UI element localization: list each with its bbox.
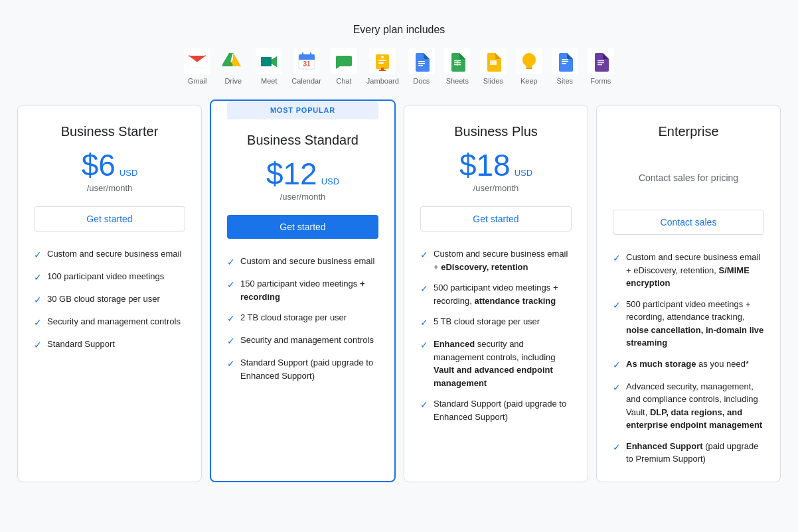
enterprise-features: ✓Custom and secure business email + eDis…	[613, 251, 764, 466]
plan-starter-price: $6 USD	[34, 150, 185, 180]
slides-label: Slides	[483, 77, 503, 85]
list-item: ✓150 participant video meetings + record…	[227, 277, 378, 303]
list-item: ✓Security and management controls	[34, 315, 185, 330]
list-item: ✓100 participant video meetings	[34, 270, 185, 285]
svg-rect-32	[418, 65, 423, 66]
svg-rect-43	[562, 61, 568, 62]
starter-price-dollar: $6	[82, 150, 116, 180]
calendar-label: Calendar	[291, 77, 321, 85]
svg-rect-17	[299, 58, 315, 60]
list-item: ✓Standard Support (paid upgrade to Enhan…	[227, 356, 378, 382]
plan-standard-name: Business Standard	[227, 133, 378, 148]
list-item: ✓Standard Support (paid upgrade to Enhan…	[420, 397, 572, 423]
plan-enterprise: Enterprise Contact sales for pricing Con…	[596, 105, 781, 482]
check-icon: ✓	[613, 299, 621, 312]
app-icon-drive: Drive	[220, 48, 246, 85]
keep-label: Keep	[520, 77, 538, 85]
plans-container: Business Starter $6 USD /user/month Get …	[13, 105, 785, 482]
check-icon: ✓	[227, 334, 235, 348]
svg-rect-25	[378, 60, 386, 61]
svg-rect-41	[526, 68, 532, 69]
check-icon: ✓	[227, 255, 235, 269]
svg-rect-44	[562, 63, 566, 64]
svg-rect-45	[562, 59, 568, 60]
plus-cta-button[interactable]: Get started	[420, 206, 572, 232]
plus-usd: USD	[515, 168, 532, 178]
sheets-label: Sheets	[446, 77, 469, 85]
list-item: ✓2 TB cloud storage per user	[227, 311, 378, 326]
list-item: ✓As much storage as you need*	[613, 358, 764, 372]
app-icon-docs: Docs	[408, 48, 435, 85]
list-item: ✓30 GB cloud storage per user	[34, 293, 185, 307]
check-icon: ✓	[420, 282, 428, 296]
svg-rect-48	[598, 62, 604, 63]
check-icon: ✓	[613, 381, 621, 395]
plan-standard-price: $12 USD	[227, 159, 378, 189]
app-icon-jamboard: Jamboard	[366, 48, 399, 85]
every-plan-title: Every plan includes	[13, 24, 785, 36]
plan-plus-price: $18 USD	[420, 150, 572, 180]
list-item: ✓500 participant video meetings + record…	[420, 281, 572, 307]
svg-rect-26	[378, 62, 384, 64]
check-icon: ✓	[34, 248, 42, 262]
app-icon-gmail: Gmail	[184, 48, 210, 85]
list-item: ✓Enhanced Support (paid upgrade to Premi…	[613, 440, 764, 466]
list-item: ✓Custom and secure business email + eDis…	[420, 247, 572, 273]
standard-cta-button[interactable]: Get started	[227, 215, 378, 239]
forms-label: Forms	[590, 77, 611, 85]
check-icon: ✓	[34, 271, 42, 285]
standard-per: /user/month	[227, 192, 378, 202]
chat-label: Chat	[336, 77, 351, 85]
svg-rect-39	[490, 60, 497, 65]
check-icon: ✓	[34, 316, 42, 330]
svg-rect-27	[381, 68, 384, 70]
app-icon-slides: Slides	[480, 48, 507, 85]
svg-point-24	[381, 56, 384, 58]
plan-enterprise-name: Enterprise	[613, 124, 764, 139]
plus-per: /user/month	[420, 183, 572, 193]
check-icon: ✓	[420, 248, 428, 262]
check-icon: ✓	[227, 278, 235, 292]
check-icon: ✓	[613, 358, 621, 372]
check-icon: ✓	[227, 312, 235, 326]
check-icon: ✓	[34, 338, 42, 352]
list-item: ✓Advanced security, management, and comp…	[613, 380, 764, 432]
enterprise-cta-button[interactable]: Contact sales	[613, 210, 764, 235]
meet-label: Meet	[261, 77, 277, 85]
svg-rect-31	[418, 63, 425, 64]
list-item: ✓Security and management controls	[227, 334, 378, 348]
plan-plus: Business Plus $18 USD /user/month Get st…	[404, 105, 588, 482]
starter-cta-button[interactable]: Get started	[34, 206, 185, 232]
starter-usd: USD	[120, 168, 137, 178]
check-icon: ✓	[420, 316, 428, 330]
check-icon: ✓	[34, 293, 42, 307]
app-icon-keep: Keep	[516, 48, 542, 85]
page-wrapper: Every plan includes Gmail	[0, 0, 798, 502]
list-item: ✓5 TB cloud storage per user	[420, 315, 572, 330]
app-icon-sites: Sites	[552, 48, 578, 85]
plan-plus-name: Business Plus	[420, 124, 572, 139]
svg-rect-47	[598, 60, 604, 61]
plan-starter: Business Starter $6 USD /user/month Get …	[17, 105, 202, 482]
app-icon-chat: Chat	[331, 48, 357, 85]
app-icon-meet: Meet	[256, 48, 282, 85]
enterprise-contact-pricing: Contact sales for pricing	[613, 172, 764, 183]
docs-label: Docs	[413, 77, 430, 85]
list-item: ✓500 participant video meetings + record…	[613, 298, 764, 350]
plan-starter-name: Business Starter	[34, 124, 185, 139]
popular-badge: MOST POPULAR	[227, 101, 378, 119]
jamboard-label: Jamboard	[366, 77, 399, 85]
list-item: ✓Standard Support	[34, 338, 185, 352]
list-item: ✓Custom and secure business email	[227, 255, 378, 269]
gmail-label: Gmail	[188, 77, 207, 85]
check-icon: ✓	[420, 338, 428, 352]
svg-rect-49	[598, 64, 602, 65]
list-item: ✓Enhanced security and management contro…	[420, 338, 572, 389]
starter-per: /user/month	[34, 183, 185, 193]
plus-price-dollar: $18	[459, 150, 511, 180]
check-icon: ✓	[227, 357, 235, 371]
list-item: ✓Custom and secure business email	[34, 247, 185, 262]
standard-usd: USD	[321, 176, 339, 186]
list-item: ✓Custom and secure business email + eDis…	[613, 251, 764, 290]
starter-features: ✓Custom and secure business email ✓100 p…	[34, 247, 185, 352]
